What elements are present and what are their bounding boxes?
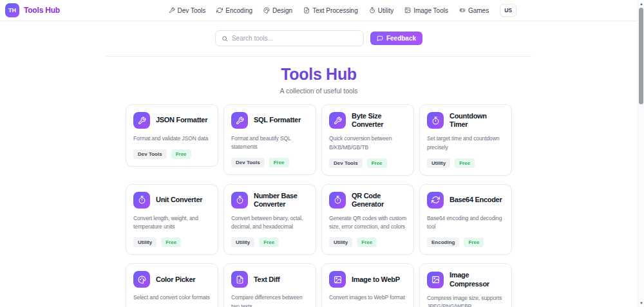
nav-item-image-tools[interactable]: Image Tools [404, 7, 448, 14]
tool-title: Base64 Encoder [450, 196, 502, 204]
tool-title: Image Compressor [450, 271, 504, 288]
tool-card-header: QR Code Generator [329, 192, 406, 209]
category-tag: Dev Tools [133, 149, 167, 159]
category-tag: Utility [231, 237, 254, 247]
scrollbar-down-arrow[interactable]: ▼ [638, 300, 644, 306]
gamepad-icon [459, 7, 466, 14]
brand-home-link[interactable]: TH Tools Hub [5, 3, 60, 17]
nav-item-label: Encoding [225, 7, 252, 14]
category-tag: Utility [329, 237, 352, 247]
nav-item-games[interactable]: Games [459, 7, 489, 14]
tool-card-header: Color Picker [133, 271, 211, 288]
wrench-icon [231, 112, 248, 129]
wrench-icon [133, 112, 150, 129]
tool-tags: Utility Free [329, 237, 406, 247]
scrollbar-thumb[interactable] [639, 8, 643, 104]
tool-card-text-diff[interactable]: Text Diff Compare differences between tw… [223, 263, 316, 307]
tool-title: QR Code Generator [352, 192, 406, 209]
tool-description: Convert between binary, octal, decimal, … [231, 214, 308, 231]
scrollbar-up-arrow[interactable]: ▲ [638, 1, 644, 7]
search-icon [222, 35, 228, 42]
tool-card-number-base-converter[interactable]: Number Base Converter Convert between bi… [223, 184, 316, 256]
nav-item-label: Games [468, 7, 489, 14]
tool-card-unit-converter[interactable]: Unit Converter Convert length, weight, a… [126, 184, 218, 255]
tool-card-image-compressor[interactable]: Image Compressor Compress image size, su… [419, 263, 512, 307]
palette-icon [263, 7, 270, 14]
tool-card-header: Image Compressor [427, 271, 504, 288]
search-input[interactable] [232, 35, 357, 42]
tools-grid: JSON Formatter Format and validate JSON … [126, 104, 512, 307]
tool-tags: Utility Free [427, 158, 504, 168]
search-section: Feedback [106, 21, 531, 57]
tool-description: Generate QR codes with custom size, erro… [329, 214, 406, 231]
tool-card-qr-code-generator[interactable]: QR Code Generator Generate QR codes with… [321, 184, 414, 256]
wrench-icon [329, 112, 346, 129]
nav-item-label: Utility [378, 7, 393, 14]
tool-card-header: JSON Formatter [133, 112, 211, 129]
tool-card-header: Countdown Timer [427, 112, 504, 129]
tool-card-header: SQL Formatter [231, 112, 308, 129]
feedback-label: Feedback [386, 35, 416, 42]
tool-description: Format and beautify SQL statements [231, 135, 308, 151]
brand-logo: TH [5, 3, 19, 17]
tool-tags: Encoding Free [427, 237, 504, 247]
nav-items-host: Dev Tools Encoding Design Text Processin… [169, 7, 489, 14]
stopwatch-icon [369, 7, 375, 14]
locale-button[interactable]: US [500, 4, 516, 17]
search-box[interactable] [215, 30, 364, 46]
feedback-button[interactable]: Feedback [370, 32, 422, 45]
tool-title: Unit Converter [156, 196, 202, 204]
tool-card-image-to-webp[interactable]: Image to WebP Convert images to WebP for… [321, 263, 414, 307]
tool-title: Countdown Timer [450, 112, 504, 129]
category-tag: Utility [427, 158, 450, 168]
nav-item-design[interactable]: Design [263, 7, 292, 14]
tool-description: Compress image size, supports JPEG/PNG/W… [427, 294, 504, 307]
nav-item-label: Design [272, 7, 292, 14]
nav-item-encoding[interactable]: Encoding [216, 7, 252, 14]
document-icon [231, 271, 248, 288]
tool-description: Select and convert color formats [133, 293, 211, 302]
tool-tags: Dev Tools Free [329, 158, 406, 168]
tool-title: Color Picker [156, 275, 195, 284]
tool-tags: Utility Free [231, 237, 308, 247]
stopwatch-icon [329, 192, 346, 209]
navbar: TH Tools Hub Dev Tools Encoding Design T… [0, 0, 638, 21]
hero: Tools Hub A collection of useful tools [0, 65, 638, 95]
free-tag: Free [455, 158, 475, 168]
refresh-icon [427, 192, 444, 209]
tool-description: Set target time and countdown precisely [427, 135, 504, 151]
nav-item-utility[interactable]: Utility [369, 7, 393, 14]
tool-title: Byte Size Converter [352, 112, 406, 129]
tool-card-json-formatter[interactable]: JSON Formatter Format and validate JSON … [126, 104, 218, 167]
tool-title: SQL Formatter [254, 116, 301, 124]
page-title: Tools Hub [0, 65, 638, 84]
tool-title: Number Base Converter [254, 192, 308, 209]
tool-tags: Dev Tools Free [133, 149, 211, 159]
nav-item-dev-tools[interactable]: Dev Tools [169, 7, 206, 14]
stopwatch-icon [231, 192, 248, 209]
tool-title: Image to WebP [352, 275, 400, 284]
tool-card-header: Number Base Converter [231, 192, 308, 209]
tool-card-header: Image to WebP [329, 271, 406, 288]
free-tag: Free [357, 237, 377, 247]
tool-description: Base64 encoding and decoding tool [427, 214, 504, 231]
tool-tags: Dev Tools Free [231, 158, 308, 167]
tool-card-base64-encoder[interactable]: Base64 Encoder Base64 encoding and decod… [419, 184, 512, 255]
tool-card-color-picker[interactable]: Color Picker Select and convert color fo… [126, 263, 218, 307]
tool-card-byte-size-converter[interactable]: Byte Size Converter Quick conversion bet… [321, 104, 414, 176]
palette-icon [133, 271, 150, 288]
nav-item-text-processing[interactable]: Text Processing [303, 7, 358, 14]
scrollbar[interactable]: ▲ ▼ [638, 0, 644, 307]
tool-card-countdown-timer[interactable]: Countdown Timer Set target time and coun… [419, 104, 512, 176]
stopwatch-icon [427, 112, 444, 129]
nav-item-label: Image Tools [413, 7, 448, 14]
free-tag: Free [171, 149, 191, 159]
tool-description: Compare differences between two texts [231, 293, 308, 307]
category-tag: Dev Tools [231, 158, 265, 167]
page-subtitle: A collection of useful tools [0, 87, 638, 95]
page: TH Tools Hub Dev Tools Encoding Design T… [0, 0, 638, 307]
free-tag: Free [367, 158, 387, 168]
category-tag: Utility [133, 237, 156, 247]
free-tag: Free [464, 237, 484, 247]
tool-card-sql-formatter[interactable]: SQL Formatter Format and beautify SQL st… [223, 104, 316, 175]
